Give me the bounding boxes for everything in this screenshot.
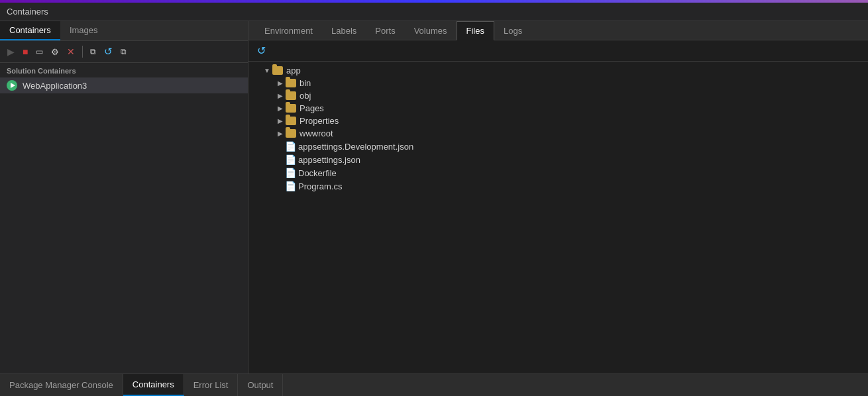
right-toolbar: ↺ [248,40,868,62]
tree-item-dockerfile[interactable]: ▶ 📄 Dockerfile [248,166,868,179]
toolbar-sep-1 [82,46,83,58]
tree-item-programcs[interactable]: ▶ 📄 Program.cs [248,179,868,193]
title-text: Containers [7,7,48,17]
tree-label-properties: Properties [299,116,339,126]
tab-images[interactable]: Images [60,21,107,40]
tree-item-appsettings-dev[interactable]: ▶ 📄 appsettings.Development.json [248,140,868,153]
tree-label-dockerfile: Dockerfile [298,168,337,178]
folder-icon-wwwroot [286,129,296,138]
right-tabs-row: Environment Labels Ports Volumes Files L… [248,21,868,40]
tab-volumes[interactable]: Volumes [405,22,457,40]
tab-labels[interactable]: Labels [322,22,366,40]
refresh-button[interactable]: ↺ [101,44,116,60]
tab-files[interactable]: Files [457,21,494,40]
folder-icon-pages [286,104,296,113]
bottom-tab-error-list[interactable]: Error List [184,374,239,396]
file-tree: ▼ app ▶ bin ▶ obj [248,62,868,373]
running-status-icon [7,80,17,91]
delete-button[interactable]: ✕ [64,44,78,59]
tab-logs[interactable]: Logs [494,22,531,40]
tree-label-app: app [286,66,301,75]
tree-item-pages[interactable]: ▶ Pages [248,102,868,115]
tree-label-wwwroot: wwwroot [299,128,333,138]
arrow-app: ▼ [262,67,272,74]
tree-item-properties[interactable]: ▶ Properties [248,115,868,127]
tree-label-appsettings: appsettings.json [298,155,360,165]
copy-files-button[interactable]: ⧉ [87,45,99,58]
settings-button[interactable]: ⚙ [48,45,62,59]
file-icon-programcs: 📄 [286,181,295,191]
container-name: WebApplication3 [23,81,87,91]
tab-ports[interactable]: Ports [366,22,404,40]
tree-label-bin: bin [299,78,311,88]
tree-label-programcs: Program.cs [298,181,342,191]
files-refresh-button[interactable]: ↺ [254,43,269,58]
tree-label-appsettings-dev: appsettings.Development.json [298,142,413,152]
stop-button[interactable]: ■ [19,44,31,59]
section-label: Solution Containers [0,63,248,77]
more-button[interactable]: ⧉ [117,45,130,58]
folder-icon-bin [286,79,296,87]
arrow-obj: ▶ [275,92,286,99]
bottom-tab-output[interactable]: Output [238,374,283,396]
arrow-properties: ▶ [275,117,286,124]
arrow-wwwroot: ▶ [275,130,286,137]
right-panel: Environment Labels Ports Volumes Files L… [248,21,868,373]
title-bar: Containers [0,3,868,21]
folder-icon-obj [286,91,296,100]
folder-icon-properties [286,117,296,125]
tree-item-bin[interactable]: ▶ bin [248,77,868,89]
tab-environment[interactable]: Environment [255,22,322,40]
tree-item-wwwroot[interactable]: ▶ wwwroot [248,127,868,140]
arrow-pages: ▶ [275,105,286,112]
left-panel: Containers Images ▶ ■ ▭ ⚙ ✕ ⧉ ↺ ⧉ Soluti… [0,21,248,373]
start-button[interactable]: ▶ [4,44,18,59]
file-icon-dockerfile: 📄 [286,168,295,178]
tree-label-obj: obj [299,91,311,101]
file-icon-appsettings: 📄 [286,154,295,165]
main-container: Containers Images ▶ ■ ▭ ⚙ ✕ ⧉ ↺ ⧉ Soluti… [0,21,868,373]
tree-item-appsettings[interactable]: ▶ 📄 appsettings.json [248,153,868,166]
tab-containers[interactable]: Containers [0,21,60,40]
left-tabs-row: Containers Images [0,21,248,41]
arrow-bin: ▶ [275,79,286,87]
tree-label-pages: Pages [299,103,324,113]
file-icon-appsettings-dev: 📄 [286,141,295,152]
bottom-tab-package-manager[interactable]: Package Manager Console [0,374,123,396]
bottom-tab-containers[interactable]: Containers [123,374,184,396]
terminal-button[interactable]: ▭ [32,45,46,58]
bottom-tabs: Package Manager Console Containers Error… [0,373,868,396]
container-item-webapplication3[interactable]: WebApplication3 [0,77,248,93]
tree-item-app[interactable]: ▼ app [248,64,868,77]
folder-icon-app [272,66,283,75]
toolbar-row: ▶ ■ ▭ ⚙ ✕ ⧉ ↺ ⧉ [0,41,248,63]
tree-item-obj[interactable]: ▶ obj [248,89,868,102]
